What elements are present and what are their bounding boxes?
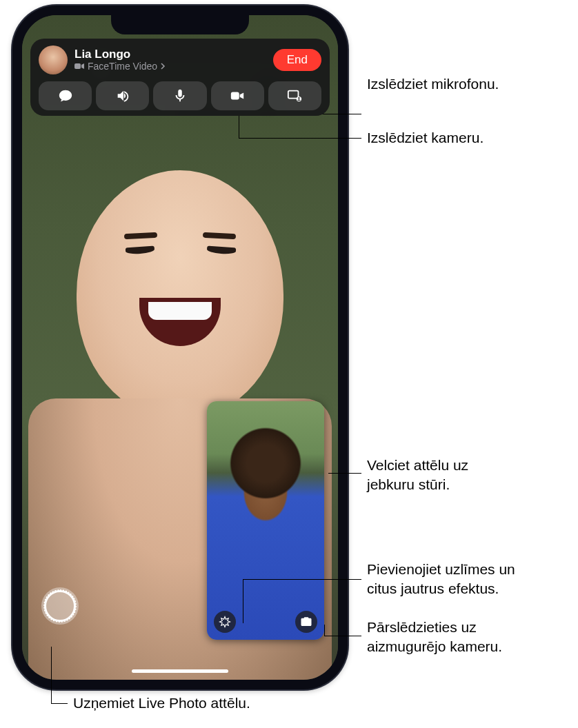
phone-frame: Lia Longo FaceTime Video End <box>12 6 348 689</box>
flip-camera-button[interactable] <box>295 611 317 633</box>
callout-camera-off: Izslēdziet kameru. <box>367 128 484 148</box>
callout-mute-mic: Izslēdziet mikrofonu. <box>367 74 499 94</box>
call-controls-panel: Lia Longo FaceTime Video End <box>30 39 330 116</box>
callout-line <box>239 138 361 139</box>
speaker-button[interactable] <box>96 81 149 110</box>
control-row <box>39 81 321 110</box>
callout-live-photo: Uzņemiet Live Photo attēlu. <box>73 694 250 713</box>
mute-button[interactable] <box>153 81 206 110</box>
callout-line <box>239 114 239 138</box>
callout-flip: Pārslēdzieties uzaizmugurējo kameru. <box>367 618 502 657</box>
svg-rect-0 <box>74 63 81 69</box>
effects-button[interactable] <box>214 611 236 633</box>
callout-line <box>51 647 52 703</box>
caller-info-row[interactable]: Lia Longo FaceTime Video End <box>39 46 321 74</box>
callout-line <box>328 473 361 474</box>
home-indicator[interactable] <box>132 669 228 673</box>
callout-line <box>243 579 361 580</box>
avatar <box>39 46 68 74</box>
callout-line <box>51 703 68 704</box>
live-photo-button[interactable] <box>41 587 79 625</box>
speaker-icon <box>115 88 130 103</box>
caller-subtitle: FaceTime Video <box>74 61 266 72</box>
callout-effects: Pievienojiet uzlīmes uncitus jautrus efe… <box>367 560 515 599</box>
callout-line <box>324 625 325 636</box>
screen-share-icon <box>287 88 302 103</box>
caller-name: Lia Longo <box>74 48 266 61</box>
svg-rect-2 <box>288 91 299 99</box>
messages-button[interactable] <box>39 81 92 110</box>
effects-icon <box>219 616 231 628</box>
callout-line <box>243 579 243 623</box>
callout-drag-pip: Velciet attēlu uzjebkuru stūri. <box>367 456 468 495</box>
chevron-right-icon <box>161 63 166 70</box>
self-view-pip[interactable] <box>207 401 324 640</box>
svg-point-4 <box>299 97 300 99</box>
screen: Lia Longo FaceTime Video End <box>22 15 338 680</box>
callout-line <box>324 636 361 636</box>
notch <box>111 15 249 34</box>
video-icon <box>74 63 84 70</box>
caller-subtitle-text: FaceTime Video <box>88 61 157 72</box>
screen-share-button[interactable] <box>268 81 321 110</box>
microphone-icon <box>172 88 188 103</box>
end-call-button[interactable]: End <box>273 49 321 71</box>
camera-toggle-button[interactable] <box>211 81 264 110</box>
caller-text: Lia Longo FaceTime Video <box>74 48 266 72</box>
messages-icon <box>58 88 73 103</box>
camera-icon <box>230 88 245 103</box>
svg-rect-1 <box>231 92 239 100</box>
flip-camera-icon <box>300 616 312 628</box>
